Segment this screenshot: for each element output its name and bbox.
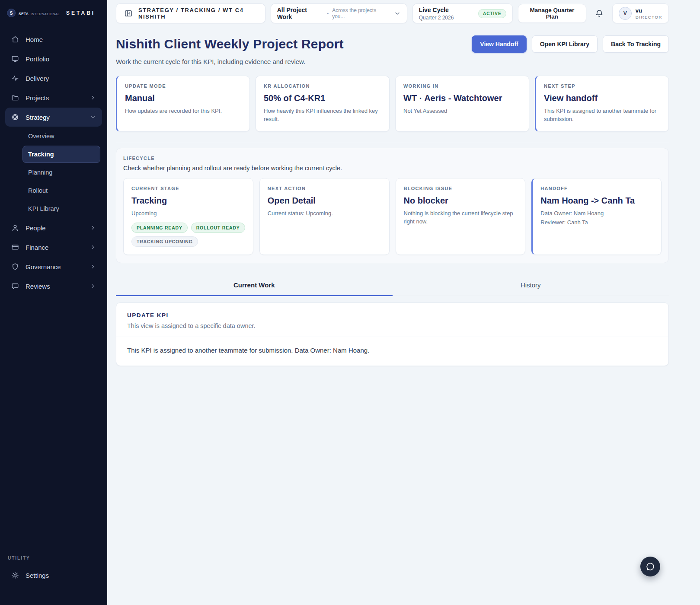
update-mode-card: UPDATE MODE Manual How updates are recor… [116, 76, 250, 132]
status-badge: ROLLOUT READY [191, 223, 245, 233]
chat-bubble-icon [646, 562, 655, 571]
handoff-card: HANDOFF Nam Hoang -> Canh Ta Data Owner:… [531, 178, 662, 255]
sidebar-item-overview[interactable]: Overview [22, 127, 100, 145]
sidebar-item-planning[interactable]: Planning [22, 164, 100, 181]
card-label: CURRENT STAGE [131, 186, 245, 191]
tab-history[interactable]: History [393, 277, 669, 296]
next-action-card: NEXT ACTION Open Detail Current status: … [259, 178, 390, 255]
title-row: Nishith Client Weekly Project Report Vie… [116, 35, 669, 53]
sidebar-item-label: People [26, 224, 46, 232]
utility-label: UTILITY [5, 556, 102, 560]
chevron-down-icon [394, 10, 401, 17]
strategy-subnav: Overview Tracking Planning Rollout KPI L… [22, 127, 100, 217]
sidebar-item-label: Finance [26, 244, 48, 251]
status-badge: TRACKING UPCOMING [131, 236, 198, 247]
user-icon [11, 224, 19, 232]
manage-quarter-plan-button[interactable]: Manage Quarter Plan [518, 4, 586, 23]
card-value: Tracking [131, 196, 245, 206]
section-divider [116, 142, 669, 142]
sidebar-item-strategy[interactable]: Strategy [5, 108, 102, 127]
scope-label: All Project Work [277, 6, 324, 20]
card-value: Nam Hoang -> Canh Ta [540, 196, 653, 206]
sidebar-item-label: Governance [26, 263, 61, 271]
avatar: V [619, 7, 632, 20]
card-value: View handoff [544, 93, 661, 103]
next-step-card: NEXT STEP View handoff This KPI is assig… [535, 76, 669, 132]
chevron-right-icon [90, 264, 96, 270]
sidebar-item-finance[interactable]: Finance [5, 238, 102, 257]
tab-current-work[interactable]: Current Work [116, 277, 393, 296]
working-in-card: WORKING IN WT · Aeris - Watchtower Not Y… [395, 76, 529, 132]
sidebar-item-kpi-library[interactable]: KPI Library [22, 200, 100, 217]
lifecycle-desc: Check whether planning and rollout are r… [123, 165, 662, 172]
tab-bar: Current Work History [116, 277, 669, 296]
sidebar-item-projects[interactable]: Projects [5, 88, 102, 107]
update-kpi-panel: UPDATE KPI This view is assigned to a sp… [116, 302, 669, 366]
view-handoff-button[interactable]: View Handoff [472, 35, 526, 53]
breadcrumb: STRATEGY / TRACKING / WT C4 NISHITH [116, 3, 265, 23]
sidebar-item-delivery[interactable]: Delivery [5, 69, 102, 88]
monitor-icon [11, 55, 19, 63]
app-name: SETABI [66, 10, 95, 16]
card-label: WORKING IN [403, 83, 521, 89]
card-desc: Upcoming [131, 210, 245, 218]
seta-logo-icon: S [7, 9, 16, 17]
shield-icon [11, 263, 19, 271]
cycle-subtitle: Quarter 2 2026 [419, 15, 454, 21]
panel-title: UPDATE KPI [127, 312, 658, 318]
sidebar-item-label: Delivery [26, 75, 49, 82]
status-badge: PLANNING READY [131, 223, 188, 233]
sidebar-toggle-icon[interactable] [124, 9, 133, 18]
card-label: HANDOFF [540, 186, 653, 191]
breadcrumb-text: STRATEGY / TRACKING / WT C4 NISHITH [138, 7, 257, 20]
kr-allocation-card: KR ALLOCATION 50% of C4-KR1 How heavily … [256, 76, 390, 132]
blocking-issue-card: BLOCKING ISSUE No blocker Nothing is blo… [396, 178, 526, 255]
card-desc: How heavily this KPI influences the link… [264, 107, 381, 124]
card-label: NEXT ACTION [268, 186, 381, 191]
back-to-tracking-button[interactable]: Back To Tracking [603, 35, 669, 53]
project-scope-dropdown[interactable]: All Project Work • Across the projects y… [271, 3, 407, 23]
card-value[interactable]: Open Detail [268, 196, 381, 206]
sidebar-item-settings[interactable]: Settings [5, 566, 102, 585]
summary-cards: UPDATE MODE Manual How updates are recor… [116, 76, 669, 132]
chevron-right-icon [90, 283, 96, 289]
sidebar-item-tracking[interactable]: Tracking [22, 146, 100, 163]
sidebar-item-rollout[interactable]: Rollout [22, 182, 100, 199]
panel-subtitle: This view is assigned to a specific data… [127, 322, 658, 329]
notifications-button[interactable] [591, 5, 607, 22]
scope-hint: Across the projects you... [332, 7, 390, 19]
sidebar-item-label: Strategy [26, 114, 50, 121]
sidebar-item-home[interactable]: Home [5, 30, 102, 49]
sidebar-item-people[interactable]: People [5, 218, 102, 237]
gear-icon [11, 571, 19, 579]
bell-icon [595, 9, 604, 18]
sidebar-utility-section: UTILITY Settings [0, 556, 107, 605]
page-subtitle: Work the current cycle for this KPI, inc… [116, 58, 669, 65]
sidebar-item-label: Home [26, 36, 43, 43]
cycle-title: Live Cycle [419, 6, 454, 13]
current-stage-card: CURRENT STAGE Tracking Upcoming PLANNING… [123, 178, 253, 255]
card-value: No blocker [404, 196, 518, 206]
chevron-right-icon [90, 225, 96, 231]
lifecycle-section: LIFECYCLE Check whether planning and rol… [116, 148, 669, 263]
chat-fab-button[interactable] [640, 557, 660, 576]
card-desc: Data Owner: Nam Hoang [540, 210, 653, 218]
chevron-right-icon [90, 95, 96, 101]
card-desc: Not Yet Assessed [403, 107, 521, 115]
chevron-right-icon [90, 244, 96, 250]
sidebar-item-portfolio[interactable]: Portfolio [5, 49, 102, 68]
card-value: WT · Aeris - Watchtower [403, 93, 521, 103]
sidebar: S SETA INTERNATIONAL SETABI Home Portfol… [0, 0, 107, 605]
user-menu[interactable]: V vu DIRECTOR [612, 3, 669, 23]
home-icon [11, 35, 19, 43]
activity-icon [11, 74, 19, 82]
sidebar-item-label: Tracking [28, 151, 54, 158]
sidebar-item-governance[interactable]: Governance [5, 257, 102, 276]
open-kpi-library-button[interactable]: Open KPI Library [532, 35, 598, 53]
user-name: vu [636, 7, 662, 14]
card-desc: Nothing is blocking the current lifecycl… [404, 210, 518, 226]
card-desc: Current status: Upcoming. [268, 210, 381, 218]
sidebar-item-reviews[interactable]: Reviews [5, 277, 102, 296]
card-value: 50% of C4-KR1 [264, 93, 381, 103]
card-label: UPDATE MODE [125, 83, 242, 89]
